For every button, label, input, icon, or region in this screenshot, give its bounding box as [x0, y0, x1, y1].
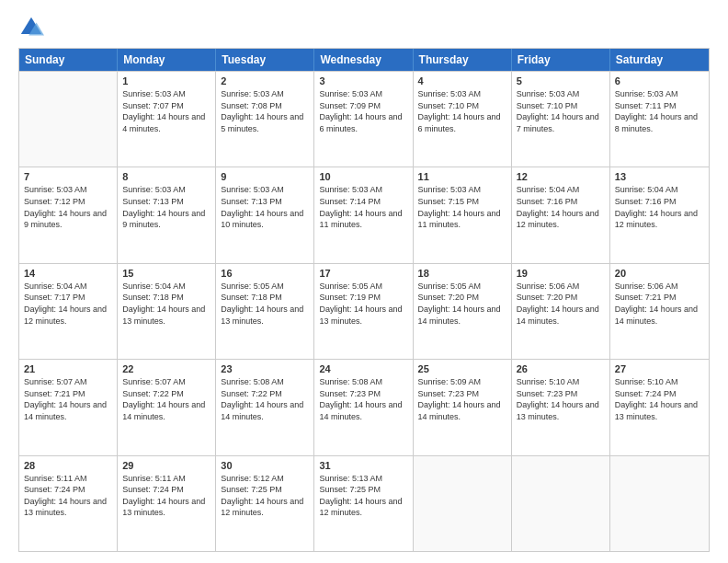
day-number: 31 [319, 460, 407, 471]
day-number: 10 [319, 171, 407, 182]
day-number: 13 [615, 171, 704, 182]
calendar-cell: 4Sunrise: 5:03 AM Sunset: 7:10 PM Daylig… [414, 72, 512, 167]
day-number: 25 [418, 363, 506, 374]
day-number: 28 [24, 460, 112, 471]
day-number: 4 [418, 75, 506, 86]
header [18, 15, 710, 40]
calendar-cell [414, 456, 512, 551]
day-info: Sunrise: 5:04 AM Sunset: 7:17 PM Dayligh… [24, 281, 112, 327]
day-number: 16 [221, 268, 309, 279]
day-info: Sunrise: 5:03 AM Sunset: 7:13 PM Dayligh… [221, 184, 309, 230]
calendar-row: 1Sunrise: 5:03 AM Sunset: 7:07 PM Daylig… [19, 71, 709, 167]
weekday-header: Friday [512, 49, 610, 71]
calendar-cell: 30Sunrise: 5:12 AM Sunset: 7:25 PM Dayli… [216, 456, 314, 551]
day-info: Sunrise: 5:07 AM Sunset: 7:21 PM Dayligh… [24, 376, 112, 422]
day-info: Sunrise: 5:11 AM Sunset: 7:24 PM Dayligh… [122, 473, 210, 519]
calendar-cell: 27Sunrise: 5:10 AM Sunset: 7:24 PM Dayli… [610, 360, 709, 454]
day-info: Sunrise: 5:03 AM Sunset: 7:07 PM Dayligh… [122, 88, 210, 134]
calendar-cell: 7Sunrise: 5:03 AM Sunset: 7:12 PM Daylig… [19, 167, 118, 262]
day-info: Sunrise: 5:11 AM Sunset: 7:24 PM Dayligh… [24, 473, 112, 519]
day-number: 19 [517, 268, 605, 279]
day-info: Sunrise: 5:03 AM Sunset: 7:10 PM Dayligh… [418, 88, 506, 134]
day-info: Sunrise: 5:12 AM Sunset: 7:25 PM Dayligh… [221, 473, 309, 519]
day-number: 17 [319, 268, 407, 279]
weekday-header: Wednesday [314, 49, 413, 71]
day-info: Sunrise: 5:05 AM Sunset: 7:20 PM Dayligh… [418, 281, 506, 327]
day-number: 27 [615, 363, 704, 374]
day-info: Sunrise: 5:03 AM Sunset: 7:14 PM Dayligh… [319, 184, 407, 230]
weekday-header: Saturday [610, 49, 709, 71]
calendar-header: SundayMondayTuesdayWednesdayThursdayFrid… [19, 49, 709, 71]
calendar-cell [19, 72, 118, 167]
day-number: 2 [221, 75, 309, 86]
calendar-cell: 18Sunrise: 5:05 AM Sunset: 7:20 PM Dayli… [414, 264, 512, 359]
calendar-cell: 3Sunrise: 5:03 AM Sunset: 7:09 PM Daylig… [314, 72, 413, 167]
day-number: 11 [418, 171, 506, 182]
calendar-cell: 1Sunrise: 5:03 AM Sunset: 7:07 PM Daylig… [118, 72, 216, 167]
day-number: 26 [517, 363, 605, 374]
day-number: 3 [319, 75, 407, 86]
day-info: Sunrise: 5:07 AM Sunset: 7:22 PM Dayligh… [122, 376, 210, 422]
calendar-cell: 11Sunrise: 5:03 AM Sunset: 7:15 PM Dayli… [414, 167, 512, 262]
day-info: Sunrise: 5:03 AM Sunset: 7:12 PM Dayligh… [24, 184, 112, 230]
calendar-body: 1Sunrise: 5:03 AM Sunset: 7:07 PM Daylig… [19, 71, 709, 551]
calendar-cell: 17Sunrise: 5:05 AM Sunset: 7:19 PM Dayli… [314, 264, 413, 359]
calendar-cell: 19Sunrise: 5:06 AM Sunset: 7:20 PM Dayli… [512, 264, 610, 359]
day-info: Sunrise: 5:09 AM Sunset: 7:23 PM Dayligh… [418, 376, 506, 422]
calendar-cell: 16Sunrise: 5:05 AM Sunset: 7:18 PM Dayli… [216, 264, 314, 359]
day-number: 8 [122, 171, 210, 182]
day-number: 6 [615, 75, 704, 86]
day-info: Sunrise: 5:03 AM Sunset: 7:15 PM Dayligh… [418, 184, 506, 230]
calendar-cell: 24Sunrise: 5:08 AM Sunset: 7:23 PM Dayli… [314, 360, 413, 454]
logo-icon [18, 15, 44, 40]
calendar-cell: 15Sunrise: 5:04 AM Sunset: 7:18 PM Dayli… [118, 264, 216, 359]
day-info: Sunrise: 5:13 AM Sunset: 7:25 PM Dayligh… [319, 473, 407, 519]
day-number: 14 [24, 268, 112, 279]
calendar-cell: 5Sunrise: 5:03 AM Sunset: 7:10 PM Daylig… [512, 72, 610, 167]
day-info: Sunrise: 5:03 AM Sunset: 7:10 PM Dayligh… [517, 88, 605, 134]
day-info: Sunrise: 5:08 AM Sunset: 7:23 PM Dayligh… [319, 376, 407, 422]
day-info: Sunrise: 5:03 AM Sunset: 7:09 PM Dayligh… [319, 88, 407, 134]
calendar-row: 21Sunrise: 5:07 AM Sunset: 7:21 PM Dayli… [19, 359, 709, 454]
day-number: 29 [122, 460, 210, 471]
day-number: 9 [221, 171, 309, 182]
weekday-header: Thursday [414, 49, 512, 71]
calendar-cell: 6Sunrise: 5:03 AM Sunset: 7:11 PM Daylig… [610, 72, 709, 167]
day-number: 18 [418, 268, 506, 279]
day-number: 20 [615, 268, 704, 279]
calendar-cell: 28Sunrise: 5:11 AM Sunset: 7:24 PM Dayli… [19, 456, 118, 551]
day-number: 23 [221, 363, 309, 374]
weekday-header: Monday [118, 49, 216, 71]
calendar-cell: 31Sunrise: 5:13 AM Sunset: 7:25 PM Dayli… [314, 456, 413, 551]
day-info: Sunrise: 5:03 AM Sunset: 7:13 PM Dayligh… [122, 184, 210, 230]
day-info: Sunrise: 5:04 AM Sunset: 7:18 PM Dayligh… [122, 281, 210, 327]
calendar-cell [512, 456, 610, 551]
calendar-cell: 13Sunrise: 5:04 AM Sunset: 7:16 PM Dayli… [610, 167, 709, 262]
day-info: Sunrise: 5:04 AM Sunset: 7:16 PM Dayligh… [517, 184, 605, 230]
day-number: 24 [319, 363, 407, 374]
calendar-row: 28Sunrise: 5:11 AM Sunset: 7:24 PM Dayli… [19, 455, 709, 551]
day-info: Sunrise: 5:10 AM Sunset: 7:23 PM Dayligh… [517, 376, 605, 422]
calendar-row: 7Sunrise: 5:03 AM Sunset: 7:12 PM Daylig… [19, 167, 709, 262]
day-number: 21 [24, 363, 112, 374]
day-number: 1 [122, 75, 210, 86]
calendar-cell: 25Sunrise: 5:09 AM Sunset: 7:23 PM Dayli… [414, 360, 512, 454]
day-number: 22 [122, 363, 210, 374]
day-number: 15 [122, 268, 210, 279]
calendar-cell [610, 456, 709, 551]
calendar-row: 14Sunrise: 5:04 AM Sunset: 7:17 PM Dayli… [19, 263, 709, 359]
day-info: Sunrise: 5:03 AM Sunset: 7:11 PM Dayligh… [615, 88, 704, 134]
day-number: 7 [24, 171, 112, 182]
day-info: Sunrise: 5:06 AM Sunset: 7:21 PM Dayligh… [615, 281, 704, 327]
calendar-cell: 26Sunrise: 5:10 AM Sunset: 7:23 PM Dayli… [512, 360, 610, 454]
day-info: Sunrise: 5:04 AM Sunset: 7:16 PM Dayligh… [615, 184, 704, 230]
calendar-cell: 14Sunrise: 5:04 AM Sunset: 7:17 PM Dayli… [19, 264, 118, 359]
day-number: 30 [221, 460, 309, 471]
page: SundayMondayTuesdayWednesdayThursdayFrid… [0, 0, 728, 563]
day-info: Sunrise: 5:10 AM Sunset: 7:24 PM Dayligh… [615, 376, 704, 422]
calendar-cell: 21Sunrise: 5:07 AM Sunset: 7:21 PM Dayli… [19, 360, 118, 454]
logo [18, 15, 48, 40]
calendar-cell: 8Sunrise: 5:03 AM Sunset: 7:13 PM Daylig… [118, 167, 216, 262]
day-number: 12 [517, 171, 605, 182]
calendar: SundayMondayTuesdayWednesdayThursdayFrid… [18, 48, 710, 552]
